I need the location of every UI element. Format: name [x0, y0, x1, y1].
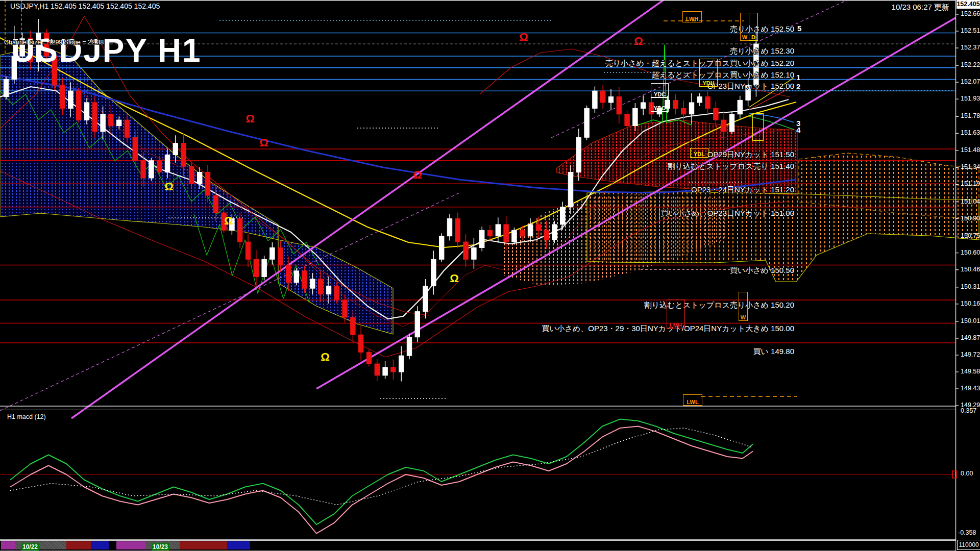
date-label: 10/23 — [152, 543, 169, 550]
price-axis-label: 151.045 — [961, 198, 980, 205]
price-axis-label: 149.725 — [961, 351, 980, 358]
price-axis-label: 150.015 — [961, 317, 980, 324]
price-axis-label: 151.340 — [961, 163, 980, 170]
price-annotation: 買い小さめ 150.50 — [730, 266, 794, 276]
session-segment-10-22: 10/22 — [15, 541, 66, 549]
price-axis-label: 150.900 — [961, 215, 980, 222]
level-tag-lwh: LWH — [682, 11, 702, 22]
price-annotation: 割り込むとストップロス売り 151.40 — [667, 162, 794, 171]
price-axis-label: 150.605 — [961, 249, 980, 256]
price-axis-label: 150.460 — [961, 266, 980, 273]
price-axis-label: 152.220 — [961, 61, 980, 68]
volume-label: 110000 — [957, 540, 980, 550]
price-axis-label: 152.075 — [961, 78, 980, 85]
wave-count-label: 5 — [797, 24, 801, 33]
level-tag-w: W — [739, 292, 748, 321]
price-axis-label: 152.660 — [961, 10, 980, 17]
session-segment — [66, 541, 91, 549]
svg-text:Ω: Ω — [259, 136, 268, 149]
session-segment — [180, 541, 227, 549]
svg-text:Ω: Ω — [634, 35, 643, 47]
channel-info-label: Channel size = 1299 Slope = 22.38 — [4, 39, 104, 46]
price-axis-label: 151.195 — [961, 180, 980, 187]
level-tag-ydl: YDL — [690, 148, 708, 158]
current-price-box: 152.405 — [957, 0, 980, 9]
level-tag-box — [752, 113, 764, 141]
price-axis-label: 152.370 — [961, 44, 980, 51]
chart-watermark: USDJPY H1 — [11, 32, 202, 69]
macd-zero-label: 0.00 — [961, 470, 973, 477]
session-segment — [116, 541, 145, 549]
macd-min-label: -0.358 — [958, 529, 976, 536]
price-axis-label: 149.580 — [961, 368, 980, 375]
price-axis-label: 149.290 — [961, 402, 980, 409]
price-axis-label: 149.870 — [961, 334, 980, 341]
wave-count-label: 4 — [796, 126, 800, 134]
wave-count-label: 2 — [796, 82, 800, 91]
level-tag-d: D — [749, 13, 758, 41]
svg-text:Ω: Ω — [321, 350, 330, 363]
price-axis-label: 150.165 — [961, 300, 980, 307]
level-tag-lwl: LWL — [683, 394, 702, 406]
price-annotation: OP29日NYカット 151.50 — [707, 150, 794, 160]
level-tag-lmh: LMH — [667, 299, 685, 329]
svg-text:Ω: Ω — [246, 112, 255, 125]
level-tag-ydh: YDH — [699, 59, 718, 87]
price-axis-label: 152.515 — [961, 27, 980, 34]
chart-canvas[interactable]: ΩΩΩΩΩΩΩΩΩ — [0, 0, 980, 551]
svg-text:Ω: Ω — [413, 168, 422, 181]
session-date-strip: 10/2210/23 — [0, 540, 955, 551]
symbol-title: USDJPY,H1 152.405 152.405 152.405 152.40… — [10, 2, 160, 10]
session-segment — [1, 541, 15, 549]
level-tag-w: W — [740, 13, 749, 41]
price-axis-label: 150.310 — [961, 283, 980, 290]
panel-separators — [0, 0, 956, 551]
price-axis-label: 151.930 — [961, 95, 980, 102]
price-annotation: OP23日NYカット 152.00 — [707, 82, 794, 91]
price-annotation: 買い 149.80 — [753, 347, 794, 357]
macd-lines — [0, 419, 957, 533]
svg-text:Ω: Ω — [519, 31, 528, 43]
price-axis-label: 150.750 — [961, 232, 980, 239]
trading-chart-window: ΩΩΩΩΩΩΩΩΩ USDJPY,H1 152.405 152.405 152.… — [0, 0, 980, 551]
session-segment — [227, 541, 250, 549]
price-annotation: 売り小さめ 152.50 — [730, 24, 794, 34]
level-tag-ydc: YDC — [651, 83, 669, 98]
svg-text:Ω: Ω — [224, 214, 233, 227]
level-tag-ydo: YDO — [651, 97, 669, 112]
session-segment-10-23: 10/23 — [145, 541, 180, 549]
price-axis-label: 149.435 — [961, 385, 980, 392]
wave-count-label: 1 — [796, 73, 800, 82]
price-axis-label: 151.485 — [961, 146, 980, 154]
date-label: 10/22 — [21, 543, 39, 550]
svg-text:Ω: Ω — [450, 272, 459, 285]
price-axis-label: 151.635 — [961, 129, 980, 136]
price-annotation: 買い小さめ、OP23日NYカット 151.00 — [661, 209, 794, 218]
price-annotation: 超えるとストップロス買い小さめ 152.10 — [652, 70, 794, 80]
svg-text:Ω: Ω — [164, 180, 174, 193]
session-segment — [91, 541, 109, 549]
macd-indicator-label: H1 macd (12) — [7, 413, 46, 420]
update-timestamp: 10/23 06:27 更新 — [892, 3, 949, 12]
price-axis-label: 151.780 — [961, 112, 980, 119]
price-annotation: 売り小さめ 152.30 — [730, 46, 794, 56]
price-annotation: OP23・24日NYカット 151.20 — [691, 185, 794, 195]
